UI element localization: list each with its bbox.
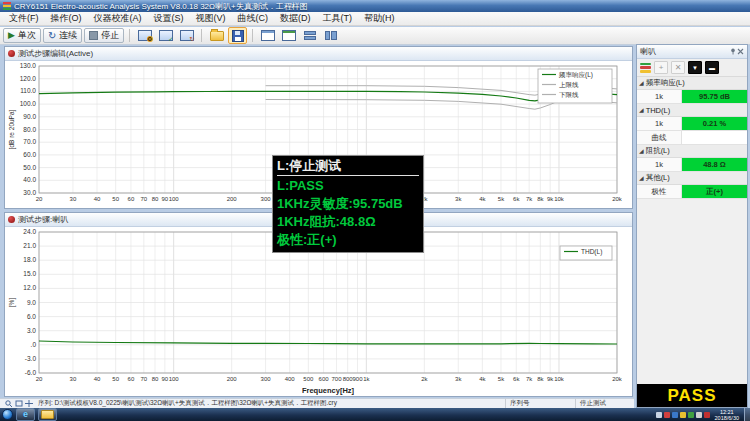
pan-icon[interactable] xyxy=(15,400,23,407)
svg-text:7k: 7k xyxy=(526,376,533,382)
expand-all-button[interactable]: ▼ xyxy=(688,61,702,74)
svg-text:18.0: 18.0 xyxy=(23,256,36,263)
svg-text:50.0: 50.0 xyxy=(23,164,36,171)
open-file-button[interactable] xyxy=(207,27,226,44)
svg-text:120.0: 120.0 xyxy=(20,75,37,82)
app-status-bar: 序列: D:\测试模板V8.0_0225\喇叭测试\32Ω喇叭+失真测试．工程样… xyxy=(0,398,634,408)
tray-warning-icon[interactable] xyxy=(680,412,686,418)
svg-text:Frequency[Hz]: Frequency[Hz] xyxy=(302,386,355,395)
svg-text:频率响应(L): 频率响应(L) xyxy=(558,71,593,79)
result-row[interactable]: 曲线 xyxy=(637,131,747,145)
param-name: 曲线 xyxy=(637,131,682,144)
zoom-in-icon[interactable] xyxy=(5,400,13,407)
toolbar: ▶ 单次 ↻ 连续 停止 ⚙ ✓ ↻ xyxy=(0,27,750,45)
overlay-polarity-line: 极性:正(+) xyxy=(277,231,419,249)
result-row[interactable]: 1k0.21 % xyxy=(637,117,747,131)
menu-item-0[interactable]: 文件(F) xyxy=(3,12,45,25)
cursor-icon[interactable] xyxy=(25,400,33,407)
svg-text:100: 100 xyxy=(169,196,180,202)
start-button[interactable] xyxy=(2,409,13,420)
tray-volume-icon[interactable] xyxy=(696,412,702,418)
section-header-0[interactable]: ◢频率响应(L) xyxy=(637,77,747,90)
svg-text:70: 70 xyxy=(140,196,147,202)
refresh-icon: ↻ xyxy=(180,30,194,41)
loop-icon: ↻ xyxy=(48,31,56,41)
toolbar-separator xyxy=(252,29,253,42)
taskbar-clock[interactable]: 12:21 2018/6/30 xyxy=(715,409,739,421)
thd-panel-title: 测试步骤:喇叭 xyxy=(18,214,68,225)
section-label: THD(L) xyxy=(646,106,671,115)
freq-response-panel-header[interactable]: 测试步骤编辑(Active) xyxy=(5,47,632,61)
results-table: ◢频率响应(L)1k95.75 dB◢THD(L)1k0.21 %曲线◢阻抗(L… xyxy=(637,77,747,199)
svg-text:60: 60 xyxy=(128,196,135,202)
result-row[interactable]: 极性正(+) xyxy=(637,185,747,199)
section-header-1[interactable]: ◢THD(L) xyxy=(637,104,747,117)
menu-item-5[interactable]: 曲线(C) xyxy=(232,12,275,25)
param-value: 95.75 dB xyxy=(682,90,747,103)
sidebar-header[interactable]: 喇叭 xyxy=(637,45,747,59)
save-button[interactable] xyxy=(228,27,247,44)
param-name: 1k xyxy=(637,90,682,103)
section-header-2[interactable]: ◢阻抗(L) xyxy=(637,145,747,158)
svg-text:600: 600 xyxy=(319,376,330,382)
layers-icon[interactable] xyxy=(640,63,651,73)
close-icon[interactable] xyxy=(737,48,744,55)
collapse-all-button[interactable]: ▬ xyxy=(705,61,719,74)
result-row[interactable]: 1k95.75 dB xyxy=(637,90,747,104)
add-item-button[interactable]: + xyxy=(654,61,668,74)
chart-legend: 频率响应(L)上限线下限线 xyxy=(538,69,612,103)
calibration-button[interactable]: ⚙ xyxy=(135,27,154,44)
single-run-label: 单次 xyxy=(18,29,36,42)
svg-text:130.0: 130.0 xyxy=(20,62,37,69)
tray-input-icon[interactable] xyxy=(656,412,662,418)
continuous-run-button[interactable]: ↻ 连续 xyxy=(43,28,82,43)
pin-icon[interactable] xyxy=(730,48,737,55)
system-tray: 12:21 2018/6/30 xyxy=(656,408,750,421)
svg-text:3k: 3k xyxy=(455,376,462,382)
svg-text:20: 20 xyxy=(36,196,43,202)
svg-text:20k: 20k xyxy=(612,376,623,382)
taskbar-explorer-button[interactable] xyxy=(38,408,57,421)
section-label: 其他(L) xyxy=(646,173,670,183)
svg-text:400: 400 xyxy=(285,376,296,382)
stop-button[interactable]: 停止 xyxy=(84,28,124,43)
svg-text:9.0: 9.0 xyxy=(27,299,36,306)
show-desktop-button[interactable] xyxy=(744,408,750,421)
menu-item-2[interactable]: 仪器校准(A) xyxy=(88,12,148,25)
section-label: 频率响应(L) xyxy=(646,78,685,88)
menu-item-6[interactable]: 数据(D) xyxy=(274,12,317,25)
single-run-button[interactable]: ▶ 单次 xyxy=(3,28,41,43)
tray-app-icon[interactable] xyxy=(664,412,670,418)
menu-item-1[interactable]: 操作(O) xyxy=(45,12,88,25)
svg-text:110.0: 110.0 xyxy=(20,87,36,94)
svg-text:[%]: [%] xyxy=(8,298,16,308)
layout-horizontal-button[interactable] xyxy=(300,27,319,44)
overlay-sensitivity-line: 1KHz灵敏度:95.75dB xyxy=(277,195,419,213)
svg-text:THD(L): THD(L) xyxy=(581,248,602,256)
report-button[interactable] xyxy=(279,27,298,44)
layout-vertical-button[interactable] xyxy=(321,27,340,44)
stop-label: 停止 xyxy=(101,29,119,42)
svg-text:100: 100 xyxy=(169,376,180,382)
menu-item-7[interactable]: 工具(T) xyxy=(317,12,359,25)
param-value: 0.21 % xyxy=(682,117,747,130)
menu-item-8[interactable]: 帮助(H) xyxy=(358,12,401,25)
section-header-3[interactable]: ◢其他(L) xyxy=(637,172,747,185)
tray-shield-icon[interactable] xyxy=(688,412,694,418)
split-vertical-icon xyxy=(325,31,337,40)
taskbar-ie-button[interactable]: e xyxy=(16,408,35,421)
svg-text:20: 20 xyxy=(36,376,43,382)
svg-text:8k: 8k xyxy=(537,196,544,202)
settings-check-button[interactable]: ✓ xyxy=(156,27,175,44)
new-window-button[interactable] xyxy=(258,27,277,44)
refresh-view-button[interactable]: ↻ xyxy=(177,27,196,44)
menu-item-3[interactable]: 设置(S) xyxy=(148,12,190,25)
result-row[interactable]: 1k48.8 Ω xyxy=(637,158,747,172)
tray-update-icon[interactable] xyxy=(672,412,678,418)
svg-text:1k: 1k xyxy=(363,376,370,382)
tray-flag-icon[interactable] xyxy=(704,412,710,418)
remove-item-button[interactable]: ✕ xyxy=(671,61,685,74)
svg-text:900: 900 xyxy=(353,376,364,382)
svg-text:100.0: 100.0 xyxy=(20,100,37,107)
menu-item-4[interactable]: 视图(V) xyxy=(190,12,232,25)
